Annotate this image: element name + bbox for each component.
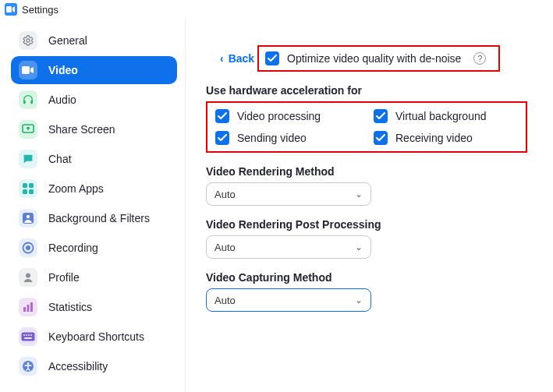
- label-video-processing: Video processing: [237, 110, 321, 122]
- headphones-icon: [19, 90, 37, 109]
- sidebar-item-background-filters[interactable]: Background & Filters: [11, 204, 177, 232]
- info-icon[interactable]: ?: [473, 52, 486, 65]
- svg-point-1: [27, 39, 30, 42]
- chart-icon: [19, 298, 37, 316]
- hw-accel-heading: Use hardware acceleration for: [206, 84, 537, 97]
- sidebar-item-label: Audio: [48, 94, 76, 106]
- optimize-label: Optimize video quality with de-noise: [287, 52, 461, 65]
- checkbox-receiving-video[interactable]: [374, 131, 388, 145]
- capture-heading: Video Capturing Method: [206, 271, 537, 284]
- checkbox-sending-video[interactable]: [215, 131, 229, 145]
- share-screen-icon: [19, 120, 37, 139]
- svg-rect-2: [22, 66, 30, 74]
- sidebar-item-label: General: [48, 34, 87, 47]
- titlebar: Settings: [0, 0, 553, 19]
- svg-point-25: [27, 362, 30, 365]
- svg-point-14: [26, 274, 30, 278]
- chevron-down-icon: ⌄: [355, 295, 363, 305]
- chevron-down-icon: ⌄: [355, 189, 363, 200]
- render-post-heading: Video Rendering Post Processing: [206, 218, 537, 231]
- svg-rect-0: [6, 6, 12, 12]
- select-capturing-method[interactable]: Auto ⌄: [206, 288, 371, 312]
- svg-rect-18: [22, 333, 35, 341]
- label-virtual-background: Virtual background: [395, 110, 486, 122]
- chevron-left-icon: ‹: [220, 52, 224, 65]
- svg-rect-23: [24, 337, 32, 339]
- sidebar-item-label: Video: [48, 64, 78, 76]
- svg-rect-3: [23, 101, 26, 104]
- optimize-highlight: Optimize video quality with de-noise ?: [257, 45, 500, 72]
- checkbox-virtual-background[interactable]: [374, 109, 388, 123]
- accessibility-icon: [19, 357, 37, 376]
- sidebar-item-label: Statistics: [48, 301, 92, 313]
- svg-rect-7: [29, 183, 34, 188]
- sidebar-item-share-screen[interactable]: Share Screen: [11, 115, 177, 143]
- sidebar: General Video Audio Share Screen Chat: [0, 19, 186, 392]
- svg-point-13: [26, 245, 30, 250]
- sidebar-item-label: Keyboard Shortcuts: [48, 330, 144, 343]
- label-sending-video: Sending video: [237, 132, 307, 144]
- sidebar-item-keyboard-shortcuts[interactable]: Keyboard Shortcuts: [11, 323, 177, 351]
- svg-rect-8: [23, 189, 27, 194]
- select-value: Auto: [214, 242, 236, 253]
- sidebar-item-label: Profile: [48, 271, 80, 284]
- background-icon: [19, 209, 37, 228]
- svg-rect-17: [30, 302, 33, 312]
- svg-point-21: [28, 334, 30, 336]
- sidebar-item-chat[interactable]: Chat: [11, 145, 177, 173]
- render-method-heading: Video Rendering Method: [206, 165, 537, 178]
- hw-accel-highlight: Video processing Virtual background Send…: [206, 101, 527, 153]
- sidebar-item-label: Chat: [48, 153, 72, 165]
- select-render-method[interactable]: Auto ⌄: [206, 182, 371, 206]
- select-render-post[interactable]: Auto ⌄: [206, 235, 371, 259]
- sidebar-item-label: Background & Filters: [48, 212, 150, 224]
- sidebar-item-label: Zoom Apps: [48, 182, 104, 195]
- select-value: Auto: [214, 189, 236, 200]
- sidebar-item-general[interactable]: General: [11, 26, 177, 55]
- sidebar-item-audio[interactable]: Audio: [11, 86, 177, 114]
- checkbox-optimize[interactable]: [265, 51, 279, 65]
- video-icon: [19, 61, 37, 79]
- record-icon: [19, 238, 37, 257]
- svg-point-11: [27, 215, 30, 218]
- svg-rect-9: [29, 189, 34, 194]
- back-link[interactable]: ‹ Back: [220, 52, 254, 65]
- profile-icon: [19, 268, 37, 287]
- chat-icon: [19, 150, 37, 168]
- app-icon: [5, 3, 17, 16]
- gear-icon: [19, 31, 37, 50]
- sidebar-item-recording[interactable]: Recording: [11, 234, 177, 262]
- checkbox-video-processing[interactable]: [215, 109, 229, 123]
- svg-point-22: [30, 334, 32, 336]
- content: ‹ Back Optimize video quality with de-no…: [186, 19, 553, 392]
- svg-rect-4: [30, 101, 33, 104]
- label-receiving-video: Receiving video: [395, 132, 473, 144]
- sidebar-item-label: Share Screen: [48, 123, 115, 136]
- select-value: Auto: [214, 295, 236, 306]
- sidebar-item-accessibility[interactable]: Accessibility: [11, 352, 177, 380]
- sidebar-item-video[interactable]: Video: [11, 56, 177, 84]
- sidebar-item-zoom-apps[interactable]: Zoom Apps: [11, 175, 177, 203]
- svg-rect-16: [27, 305, 30, 312]
- sidebar-item-statistics[interactable]: Statistics: [11, 293, 177, 321]
- svg-point-20: [26, 334, 27, 336]
- apps-icon: [19, 179, 37, 198]
- svg-rect-15: [23, 307, 26, 312]
- keyboard-icon: [19, 327, 37, 346]
- window-title: Settings: [22, 4, 58, 16]
- svg-point-19: [23, 334, 25, 336]
- chevron-down-icon: ⌄: [355, 242, 363, 253]
- svg-rect-6: [23, 183, 27, 188]
- back-label: Back: [229, 52, 254, 65]
- sidebar-item-label: Recording: [48, 242, 98, 254]
- sidebar-item-label: Accessibility: [48, 360, 108, 373]
- sidebar-item-profile[interactable]: Profile: [11, 263, 177, 291]
